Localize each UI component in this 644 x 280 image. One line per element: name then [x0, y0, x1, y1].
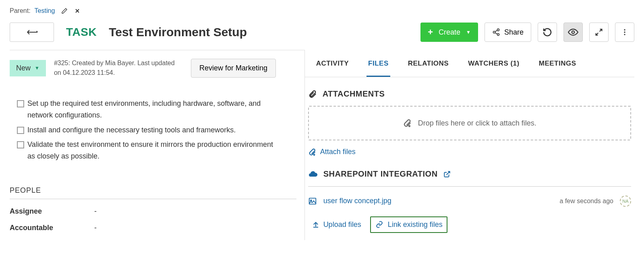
link-existing-files-label: Link existing files	[388, 220, 443, 229]
people-section: PEOPLE Assignee - Accountable -	[10, 186, 296, 232]
upload-files-link[interactable]: Upload files	[308, 217, 365, 232]
tab-activity[interactable]: ACTIVITY	[315, 50, 350, 77]
svg-point-0	[497, 29, 499, 31]
checklist-text: Validate the test environment to ensure …	[27, 139, 277, 162]
share-button[interactable]: Share	[485, 23, 531, 42]
people-key: Assignee	[10, 207, 94, 216]
chevron-down-icon: ▼	[466, 29, 471, 35]
cloud-icon	[308, 169, 318, 179]
accountable-row[interactable]: Accountable -	[10, 224, 296, 232]
activity-log-button[interactable]	[538, 23, 557, 42]
status-dropdown[interactable]: New ▼	[10, 60, 46, 76]
status-label: New	[16, 64, 31, 72]
zen-mode-button[interactable]	[589, 23, 609, 42]
tab-files[interactable]: FILES	[367, 50, 390, 77]
attachments-section: ATTACHMENTS Drop files here or click to …	[305, 77, 634, 157]
breadcrumb: Parent: Testing	[10, 7, 634, 14]
section-heading: ATTACHMENTS	[323, 89, 385, 99]
svg-point-2	[497, 33, 499, 35]
people-value: -	[94, 224, 97, 232]
kebab-icon	[621, 28, 629, 36]
back-button[interactable]	[10, 23, 54, 42]
checkbox[interactable]	[17, 141, 24, 148]
parent-label: Parent:	[10, 7, 31, 14]
header: TASK Test Environment Setup + Create ▼ S…	[10, 23, 634, 42]
edit-parent-button[interactable]	[61, 8, 68, 14]
upload-icon	[312, 221, 319, 228]
drop-zone[interactable]: Drop files here or click to attach files…	[308, 106, 631, 140]
share-icon	[492, 28, 500, 36]
left-pane: New ▼ #325: Created by Mia Bayer. Last u…	[10, 50, 304, 240]
file-timestamp: a few seconds ago	[560, 198, 613, 205]
section-heading: PEOPLE	[10, 186, 296, 199]
svg-point-5	[624, 31, 625, 33]
link-icon	[375, 221, 384, 228]
back-arrow-icon	[25, 29, 39, 36]
svg-point-4	[624, 29, 625, 31]
people-key: Accountable	[10, 224, 94, 232]
meta-info: #325: Created by Mia Bayer. Last updated…	[54, 58, 183, 78]
pencil-icon	[61, 8, 68, 14]
create-label: Create	[439, 28, 460, 37]
share-label: Share	[504, 28, 524, 37]
assignee-row[interactable]: Assignee -	[10, 207, 296, 216]
file-name-link[interactable]: user flow concept.jpg	[323, 197, 553, 205]
section-heading: SHAREPOINT INTEGRATION	[323, 169, 438, 179]
list-item: Validate the test environment to ensure …	[17, 139, 296, 162]
tab-watchers[interactable]: WATCHERS (1)	[466, 50, 521, 77]
remove-parent-button[interactable]	[74, 8, 81, 14]
svg-point-6	[624, 34, 625, 35]
avatar: NA	[620, 196, 631, 207]
link-existing-files-link[interactable]: Link existing files	[370, 216, 447, 233]
checklist-text: Set up the required test environments, i…	[27, 98, 277, 121]
checklist-text: Install and configure the necessary test…	[27, 124, 236, 136]
chevron-down-icon: ▼	[35, 65, 39, 71]
parent-link[interactable]: Testing	[35, 7, 55, 14]
description-checklist: Set up the required test environments, i…	[10, 90, 296, 162]
paperclip-icon	[308, 90, 317, 99]
attach-files-label: Attach files	[320, 148, 356, 156]
plus-icon: +	[428, 27, 433, 37]
upload-files-label: Upload files	[323, 220, 361, 229]
list-item: Set up the required test environments, i…	[17, 98, 296, 121]
drop-zone-text: Drop files here or click to attach files…	[418, 119, 536, 128]
history-icon	[543, 27, 552, 37]
people-value: -	[94, 207, 97, 216]
watch-button[interactable]	[563, 23, 583, 42]
expand-icon	[595, 28, 603, 36]
checkbox[interactable]	[17, 127, 24, 134]
svg-rect-7	[309, 198, 316, 204]
tab-relations[interactable]: RELATIONS	[406, 50, 450, 77]
list-item: Install and configure the necessary test…	[17, 124, 296, 136]
attach-files-link[interactable]: Attach files	[308, 148, 356, 156]
work-package-type: TASK	[66, 26, 97, 39]
external-link-icon[interactable]	[443, 171, 451, 178]
create-button[interactable]: + Create ▼	[420, 23, 478, 42]
right-pane: ACTIVITY FILES RELATIONS WATCHERS (1) ME…	[304, 50, 634, 240]
page-title[interactable]: Test Environment Setup	[109, 25, 247, 39]
tabs: ACTIVITY FILES RELATIONS WATCHERS (1) ME…	[305, 50, 634, 77]
paperclip-add-icon	[308, 148, 316, 156]
close-icon	[74, 8, 81, 14]
eye-icon	[568, 27, 578, 37]
sharepoint-section: SHAREPOINT INTEGRATION user flow concept…	[305, 157, 634, 233]
file-row: user flow concept.jpg a few seconds ago …	[308, 194, 631, 208]
tab-meetings[interactable]: MEETINGS	[537, 50, 578, 77]
image-file-icon	[308, 197, 317, 206]
svg-point-1	[493, 31, 495, 33]
svg-point-3	[572, 31, 575, 34]
more-actions-button[interactable]	[615, 23, 634, 42]
svg-point-8	[311, 200, 312, 201]
checkbox[interactable]	[17, 100, 24, 107]
paperclip-add-icon	[403, 119, 412, 128]
review-button[interactable]: Review for Marketing	[191, 59, 276, 78]
